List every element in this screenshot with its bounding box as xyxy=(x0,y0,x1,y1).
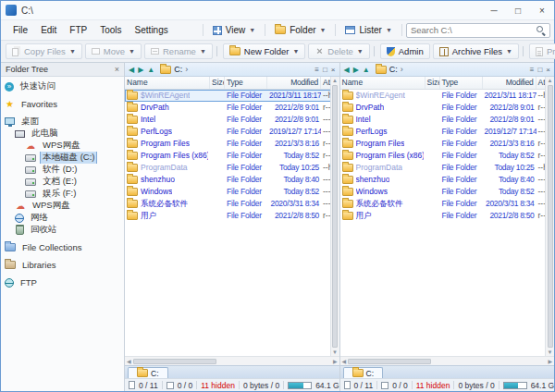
file-row[interactable]: ProgramData File Folder Today 10:25 --h-… xyxy=(340,162,546,174)
file-row[interactable]: Program Files File Folder 2021/3/3 8:16 … xyxy=(125,138,330,150)
column-header-modified[interactable]: Modified xyxy=(483,77,536,89)
file-row[interactable]: Intel File Folder 2021/2/8 9:01 ----- xyxy=(340,114,546,126)
column-header-attr[interactable]: Attr xyxy=(321,77,330,89)
file-row[interactable]: Intel File Folder 2021/2/8 9:01 ----- xyxy=(125,114,330,126)
scroll-down-icon[interactable]: ▼ xyxy=(548,349,553,356)
tab-c-drive[interactable]: C: xyxy=(128,367,168,378)
menubar-dropdown[interactable]: Folder ▼ xyxy=(269,23,331,37)
column-header-name[interactable]: Name xyxy=(340,77,426,89)
breadcrumb[interactable]: C: › xyxy=(376,65,403,74)
scrollbar-thumb[interactable] xyxy=(332,85,338,348)
file-row[interactable]: Windows File Folder Today 8:52 ----- xyxy=(340,186,546,198)
file-row[interactable]: Windows File Folder Today 8:52 ----- xyxy=(125,186,330,198)
scrollbar-thumb[interactable] xyxy=(548,85,553,348)
file-row[interactable]: PerfLogs File Folder 2019/12/7 17:14 ---… xyxy=(340,126,546,138)
tree-item[interactable]: 娱乐 (F:) xyxy=(1,188,124,200)
file-row[interactable]: $WinREAgent File Folder 2021/3/11 18:17 … xyxy=(340,90,546,102)
back-icon[interactable]: ◀ xyxy=(129,66,134,74)
scroll-left-icon[interactable]: ◀ xyxy=(127,358,131,365)
close-icon[interactable]: × xyxy=(115,65,119,74)
menubar-item[interactable]: FTP xyxy=(63,22,93,38)
file-row[interactable]: 用户 File Folder 2021/2/8 8:50 r---- xyxy=(340,210,546,222)
tree-item[interactable]: File Collections xyxy=(1,241,124,253)
toolbar-button[interactable]: Admin ▼ xyxy=(380,43,430,59)
file-row[interactable]: 系统必备软件 File Folder 2020/3/31 8:34 ----- xyxy=(340,198,546,210)
toolbar-button[interactable]: Delete ▼ xyxy=(308,43,369,59)
file-row[interactable]: shenzhuo File Folder Today 8:40 ----- xyxy=(340,174,546,186)
breadcrumb-drive[interactable]: C: xyxy=(174,65,182,74)
file-row[interactable]: Program Files (x86) File Folder Today 8:… xyxy=(340,150,546,162)
pane-close-icon[interactable]: × xyxy=(546,66,550,74)
close-button[interactable]: × xyxy=(530,1,554,19)
file-row[interactable]: DrvPath File Folder 2021/2/8 9:01 r---- xyxy=(125,102,330,114)
tree-item[interactable]: FTP xyxy=(1,276,124,288)
pane-menu-icon[interactable]: ≡ xyxy=(530,66,535,74)
tree-item[interactable]: Favorites xyxy=(1,98,124,110)
breadcrumb[interactable]: C: › xyxy=(160,65,188,74)
tree-item[interactable]: 文档 (E:) xyxy=(1,176,124,188)
tab-c-drive[interactable]: C: xyxy=(343,367,384,378)
tree-item[interactable]: 软件 (D:) xyxy=(1,164,124,176)
tree-item[interactable]: 本地磁盘 (C:) xyxy=(1,152,124,164)
file-row[interactable]: Program Files File Folder 2021/3/3 8:16 … xyxy=(340,138,546,150)
search-icon[interactable] xyxy=(536,25,546,35)
toolbar-button[interactable]: Rename ▼ xyxy=(144,43,213,59)
scroll-up-icon[interactable]: ▲ xyxy=(548,77,553,84)
scroll-down-icon[interactable]: ▼ xyxy=(332,349,338,356)
tree-item[interactable]: WPS网盘 xyxy=(1,140,124,152)
file-row[interactable]: shenzhuo File Folder Today 8:40 ----- xyxy=(125,174,330,186)
pane-close-icon[interactable]: × xyxy=(331,66,336,74)
tree-item[interactable]: 快速访问 xyxy=(1,80,124,92)
file-row[interactable]: ProgramData File Folder Today 10:25 --h-… xyxy=(125,162,330,174)
column-header-attr[interactable]: Attr xyxy=(536,77,546,89)
pane-maximize-icon[interactable]: □ xyxy=(537,66,542,74)
scroll-left-icon[interactable]: ◀ xyxy=(342,358,347,365)
horizontal-scrollbar[interactable]: ◀ ▶ xyxy=(125,356,339,365)
minimize-button[interactable]: ─ xyxy=(482,1,506,19)
vertical-scrollbar[interactable]: ▲ ▼ xyxy=(545,77,554,356)
toolbar-button[interactable]: Archive Files ▼ xyxy=(433,43,519,59)
forward-icon[interactable]: ▶ xyxy=(353,66,359,74)
tree-item[interactable]: 此电脑 xyxy=(1,128,124,140)
menubar-item[interactable]: Tools xyxy=(93,22,128,38)
forward-icon[interactable]: ▶ xyxy=(138,66,143,74)
tree-item[interactable]: 网络 xyxy=(1,212,124,224)
scroll-right-icon[interactable]: ▶ xyxy=(548,358,552,365)
search-box[interactable] xyxy=(406,23,550,38)
toolbar-button[interactable]: Move ▼ xyxy=(85,43,142,59)
breadcrumb-drive[interactable]: C: xyxy=(389,65,398,74)
file-row[interactable]: Program Files (x86) File Folder Today 8:… xyxy=(125,150,330,162)
tree-item[interactable]: 桌面 xyxy=(1,116,124,128)
up-icon[interactable]: ▲ xyxy=(363,66,370,74)
menubar-dropdown[interactable]: View ▼ xyxy=(207,23,261,37)
menubar-item[interactable]: Settings xyxy=(129,22,175,38)
file-row[interactable]: PerfLogs File Folder 2019/12/7 17:14 ---… xyxy=(125,126,330,138)
scroll-right-icon[interactable]: ▶ xyxy=(333,358,338,365)
pane-maximize-icon[interactable]: □ xyxy=(323,66,327,74)
file-row[interactable]: 用户 File Folder 2021/2/8 8:50 r---- xyxy=(125,210,330,222)
scrollbar-thumb[interactable] xyxy=(133,359,216,364)
column-header-modified[interactable]: Modified xyxy=(267,77,321,89)
horizontal-scrollbar[interactable]: ◀ ▶ xyxy=(340,356,555,365)
tree-item[interactable]: Libraries xyxy=(1,259,124,271)
column-header-size[interactable]: Size xyxy=(210,77,225,89)
toolbar-button[interactable]: New Folder ▼ xyxy=(223,43,306,59)
scrollbar-thumb[interactable] xyxy=(348,359,431,364)
file-row[interactable]: $WinREAgent File Folder 2021/3/11 18:17 … xyxy=(125,90,330,102)
column-header-name[interactable]: Name xyxy=(125,77,210,89)
column-header-type[interactable]: Type xyxy=(225,77,267,89)
search-input[interactable] xyxy=(411,25,533,35)
column-header-type[interactable]: Type xyxy=(440,77,483,89)
up-icon[interactable]: ▲ xyxy=(147,66,154,74)
menubar-item[interactable]: File xyxy=(6,22,34,38)
vertical-scrollbar[interactable]: ▲ ▼ xyxy=(330,77,339,356)
toolbar-button[interactable]: Copy Files ▼ xyxy=(6,43,82,59)
tree-item[interactable]: 回收站 xyxy=(1,224,124,236)
menubar-item[interactable]: Edit xyxy=(34,22,63,38)
pane-menu-icon[interactable]: ≡ xyxy=(314,66,319,74)
column-header-size[interactable]: Size xyxy=(426,77,440,89)
menubar-dropdown[interactable]: Lister ▼ xyxy=(339,23,397,37)
toolbar-button[interactable]: Properties ▼ xyxy=(529,43,555,59)
back-icon[interactable]: ◀ xyxy=(344,66,350,74)
file-row[interactable]: 系统必备软件 File Folder 2020/3/31 8:34 ----- xyxy=(125,198,330,210)
